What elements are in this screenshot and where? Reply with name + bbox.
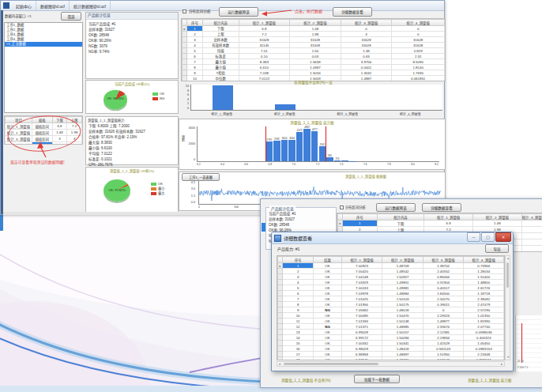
detail-dialog: 详细数据查看 ─ ▢ ✕ 产品能力: #1 导出 序号结果统计_1_测量值统计_… — [271, 232, 514, 371]
defect-bar-chart — [190, 85, 442, 111]
table-row[interactable]: 13OK6.990281.501572.123810.0598036 — [278, 330, 504, 335]
table-row[interactable]: 3OK7.041481.509270.860641.51400 — [278, 274, 504, 280]
dialog-icon — [274, 235, 281, 242]
table-row[interactable]: 6OK7.039781.488841.845001.18718 — [278, 291, 504, 296]
item-stats-lines: 下限: 6.8000 上限: 7.2000总样本数: 31626 有效样本数: … — [88, 123, 145, 168]
table-row[interactable]: 17OK6.989581.488971.519502.21848 — [278, 352, 504, 357]
table-row[interactable]: 4OK7.033291.498510.319041.48800 — [278, 280, 504, 285]
table-row[interactable]: 统计_3_测量值规格区间33 — [6, 136, 82, 142]
hscroll-thumb[interactable] — [284, 363, 378, 365]
histogram-panel: 测量值_1_1_测量值 直方图 频数 400020000 27912932305… — [179, 119, 446, 170]
table-row[interactable]: ▸1下限6.81.48 — [338, 220, 542, 227]
product-pie-label: OK: 90.26% — [97, 96, 134, 100]
item-stats-title: 测量值_1_1_测量值统计: — [88, 118, 126, 122]
product-pie-title: 当前产品组成 OK率(%) — [86, 81, 178, 86]
runchart-title: 测量值_1_1_测量值 推移图 — [345, 174, 386, 179]
run-data-button[interactable]: 运行数据预览 — [219, 7, 258, 17]
spec-limit-line — [521, 323, 522, 363]
table-row[interactable]: 3总样本数31628316283162831628 — [183, 37, 445, 43]
main-window: 起始中心 数据图@d.ucf 统计数据图@d.ucf 数据内容窗口: #1 筛选… — [0, 0, 445, 215]
tab-home[interactable]: 起始中心 — [12, 1, 36, 10]
w2-distribution-checkbox[interactable] — [340, 205, 344, 209]
table-row[interactable]: 10OK7.000851.504702.293231.01350 — [278, 313, 504, 318]
histogram-chart: 27912932305430644179488742772162580170 — [197, 126, 439, 162]
product-pie-panel: 当前产品组成 OK率(%) OK: 90.26% OKNG — [85, 80, 179, 114]
table-row[interactable]: 2上限7.21.9830 — [183, 32, 445, 37]
w2-left-caption: 测量值_1_1_测量值 不良率(%) — [281, 378, 331, 383]
table-row[interactable]: 18OK6.976451.493802.581430.958624 — [278, 357, 504, 361]
table-row[interactable]: 统计_2_测量值规格区间1.481.98 — [6, 130, 82, 136]
table-row[interactable]: 2OK7.004201.485422.405521.28034 — [278, 269, 504, 274]
histogram-yaxis: 400020000 — [185, 126, 195, 161]
spec-limit-table: 项目规格下限上限统计_1_测量值规格区间6.87.2统计_2_测量值规格区间1.… — [4, 115, 83, 145]
screenshot-canvas: 起始中心 数据图@d.ucf 统计数据图@d.ucf 数据内容窗口: #1 筛选… — [0, 0, 542, 392]
w2-distribution-checkbox-label: 分布区间分析 — [345, 205, 366, 209]
product-pie-legend: OKNG — [152, 92, 164, 100]
distribution-checkbox[interactable] — [183, 9, 186, 13]
grid-horizontal-scrollbar[interactable]: ◄ ► — [277, 361, 505, 367]
w2-detail-view-button[interactable]: 详细数据查看 — [422, 203, 461, 212]
spec-note-text: 双击可查看单项测试的数据明细! — [10, 159, 65, 164]
vscroll-thumb[interactable] — [506, 262, 509, 288]
table-row[interactable]: 6标准差0.100.030.632.32 — [183, 54, 445, 59]
table-row[interactable]: 16OK6.980291.484180.5811430.0983163 — [278, 346, 504, 352]
item-pie-legend: OK偏小偏大 — [151, 182, 164, 195]
summary-stats-table: 序号统计内容统计_1_测量值统计_2_测量值统计_3_测量值统计_4_测量值▸1… — [181, 18, 446, 81]
maximize-button[interactable]: ▢ — [481, 232, 495, 242]
distribution-checkbox-label: 分布区间分析 — [189, 9, 211, 13]
load-next-batch-button[interactable]: 加载下一批数据 — [354, 375, 400, 383]
app-icon — [3, 2, 9, 9]
table-row[interactable]: ▸1OK7.009231.487091.387020.73966 — [278, 263, 504, 269]
dialog-title: 详细数据查看 — [284, 235, 312, 242]
data-list-label: 数据内容窗口: #1 — [5, 13, 32, 18]
table-row[interactable]: 统计_1_测量值规格区间6.87.2 — [6, 123, 82, 130]
w2-product-stats-caption: 产品统计信息 — [269, 205, 295, 211]
table-row[interactable]: 9T检验7.0381.50341.30321.7690 — [183, 70, 445, 76]
tab-data-view[interactable]: 数据图@d.ucf — [36, 1, 70, 10]
table-row[interactable]: 4有效样本数31145315093162831628 — [183, 43, 445, 48]
list-item[interactable]: #1_汇总数据 — [5, 42, 82, 47]
table-row[interactable]: ▸1下限6.81.4800 — [183, 26, 445, 32]
product-stats-panel: 产品统计信息 当前产品组成: #1总样本数: 31627OK数: 28548OK… — [85, 12, 179, 79]
close-button[interactable]: ✕ — [495, 232, 511, 242]
product-stats-caption: 产品统计信息 — [86, 13, 178, 20]
table-row[interactable]: 5均值7.011.501.480.829 — [183, 48, 445, 54]
table-row[interactable]: 5OK7.002431.498810.405172.61726 — [278, 285, 504, 291]
table-row[interactable]: 7最大值8.3831.56383.97568.5090 — [183, 59, 445, 65]
w2-run-data-button[interactable]: 运行数据预览 — [376, 203, 416, 212]
item-pie-title: 测量值_1_1_测量值 OK率(%) — [86, 168, 178, 173]
histogram-title: 测量值_1_1_测量值 直方图 — [179, 120, 445, 125]
export-button[interactable]: 导出 — [485, 244, 509, 253]
table-row[interactable]: 14OK6.991721.500942.198340.400323 — [278, 335, 504, 341]
runchart-yaxis: 4.53.01.50.0 — [184, 181, 195, 204]
table-row[interactable]: 8最小值6.6101.43870.00011.8140 — [183, 65, 445, 70]
table-row[interactable]: 9NG7.056821.4801802.57290 — [278, 307, 504, 313]
dialog-window-buttons: ─ ▢ ✕ — [467, 232, 511, 242]
histogram-xaxis: 6.26.46.66.87.07.27.47.67.88.08.2 — [197, 163, 438, 167]
item-pie-panel: 测量值_1_1_测量值 OK率(%) OK: 97.81% OK偏小偏大 — [85, 167, 179, 215]
defect-chart-xaxis: 统计_1_测量值统计_2_测量值统计_3_测量值统计_4_测量值 — [190, 111, 442, 116]
table-row[interactable]: 统计_4_测量值规格区间 — [6, 142, 82, 145]
data-source-list[interactable]: 工序1_数据工序2_数据工序3_数据工序4_数据#1_汇总数据 — [4, 22, 83, 113]
filter-button[interactable]: 筛选 — [61, 12, 81, 21]
item-stats-panel: 测量值_1_1_测量值统计: 下限: 6.8000 上限: 7.2000总样本数… — [85, 116, 179, 165]
table-row[interactable]: 15OK7.003321.503411.425291.05450 — [278, 341, 504, 346]
toolbar-note-text: 点击，执行数据 — [295, 8, 322, 13]
detail-view-button[interactable]: 详细数据查看 — [333, 7, 372, 17]
w2-histogram-fragment: 20 10 7.200 7.2 — [515, 315, 542, 372]
w2-right-caption: 测量值_1_1_测量值 直方图 — [468, 378, 511, 383]
grid-vertical-scrollbar[interactable]: ▲ ▼ — [505, 255, 510, 360]
minimize-button[interactable]: ─ — [467, 232, 480, 242]
fragment-axis-labels: 7.200 7.2 — [518, 366, 528, 369]
product-stats-lines: 当前产品组成: #1总样本数: 31627OK数: 28548OK率: 90.2… — [86, 20, 178, 56]
table-row[interactable]: 8OK7.019561.501750.390112.47479 — [278, 302, 504, 307]
runchart-tab-button[interactable]: 工序1_一览表图 — [182, 173, 220, 181]
detail-data-grid[interactable]: 序号结果统计_1_测量值统计_2_测量值统计_3_测量值统计_4_测量值▸1OK… — [277, 255, 505, 360]
tab-stats-view[interactable]: 统计数据图@d.ucf — [70, 1, 111, 10]
table-row[interactable]: 7OK7.010251.501032.342702.39082 — [278, 296, 504, 302]
table-row[interactable]: 12NG7.013711.488852.336742.07740 — [278, 324, 504, 330]
window-edge — [1, 10, 3, 214]
item-pie-label: OK: 97.81% — [99, 188, 135, 192]
table-row[interactable]: 11OK7.015941.501481.488771.81990 — [278, 318, 504, 324]
dialog-header-label: 产品能力: #1 — [277, 246, 299, 251]
